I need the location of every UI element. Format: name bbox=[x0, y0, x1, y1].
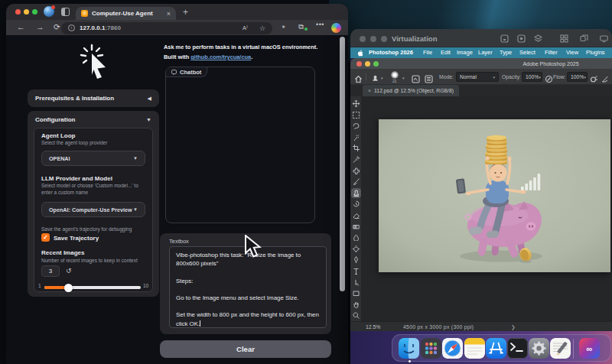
tab-actions-icon[interactable] bbox=[61, 8, 70, 16]
lasso-tool-icon[interactable] bbox=[353, 122, 360, 129]
dodge-tool-icon[interactable] bbox=[353, 245, 360, 252]
copilot-icon[interactable] bbox=[331, 23, 341, 33]
vm-close-button[interactable] bbox=[360, 36, 366, 42]
safari-dock-icon[interactable] bbox=[442, 338, 463, 359]
move-tool-icon[interactable] bbox=[353, 100, 360, 107]
menu-image[interactable]: Image bbox=[457, 47, 473, 58]
eyedropper-tool-icon[interactable] bbox=[353, 156, 360, 163]
status-arrow-icon[interactable]: ❯ bbox=[511, 324, 516, 330]
magic-wand-tool-icon[interactable] bbox=[353, 134, 360, 141]
gradient-tool-icon[interactable] bbox=[353, 223, 360, 230]
mode-dropdown[interactable]: Normal▾ bbox=[456, 72, 499, 82]
creative-cloud-dock-icon[interactable]: ∞ bbox=[579, 338, 600, 359]
finder-dock-icon[interactable] bbox=[399, 338, 419, 359]
opacity-dropdown[interactable]: 100%▾ bbox=[522, 72, 542, 82]
hand-tool-icon[interactable] bbox=[353, 301, 360, 308]
slider-handle[interactable] bbox=[64, 284, 73, 292]
menu-app-name[interactable]: Photoshop 2026 bbox=[369, 47, 413, 58]
ps-close-button[interactable] bbox=[356, 61, 362, 67]
pen-tool-icon[interactable] bbox=[353, 256, 360, 263]
shape-tool-icon[interactable] bbox=[353, 290, 360, 297]
minimize-window-button[interactable] bbox=[24, 9, 29, 15]
zoom-level-value[interactable]: 12.5% bbox=[366, 324, 380, 330]
menu-file[interactable]: File bbox=[423, 47, 432, 58]
forward-icon[interactable]: → bbox=[36, 22, 44, 31]
task-textbox[interactable]: Vibe-photoshop this task: "Resize the im… bbox=[169, 246, 327, 328]
vm-minimize-button[interactable] bbox=[370, 36, 376, 42]
recent-images-number-input[interactable]: 3 bbox=[41, 265, 60, 277]
agent-loop-dropdown[interactable]: OPENAI ▼ bbox=[41, 151, 145, 166]
document-close-icon[interactable]: × bbox=[368, 88, 371, 93]
browser-menu-icon[interactable]: ••• bbox=[316, 21, 324, 28]
ps-minimize-button[interactable] bbox=[365, 61, 370, 67]
clear-button[interactable]: Clear bbox=[160, 340, 331, 358]
textedit-dock-icon[interactable] bbox=[550, 338, 571, 359]
vm-capture-icon[interactable] bbox=[500, 34, 509, 43]
document-tab[interactable]: × 112.psd @ 12.5% (Object, RGB/8) bbox=[363, 85, 459, 96]
vm-screen: Photoshop 2026 File Edit Image Layer Typ… bbox=[350, 47, 612, 364]
brush-tool-icon[interactable] bbox=[353, 178, 360, 185]
clone-stamp-tool-icon[interactable] bbox=[353, 190, 360, 197]
flow-dropdown[interactable]: 100%▾ bbox=[567, 72, 588, 82]
address-bar[interactable]: i 127.0.0.1 :7860 A⁾ ☆ bbox=[61, 22, 272, 34]
vm-snapshot-icon[interactable] bbox=[517, 34, 526, 43]
crop-tool-icon[interactable] bbox=[353, 145, 360, 151]
collections-icon[interactable]: ⭒ bbox=[282, 22, 285, 31]
vm-layers-icon[interactable] bbox=[534, 34, 542, 43]
apple-menu-icon[interactable] bbox=[357, 50, 363, 57]
history-brush-tool-icon[interactable] bbox=[353, 200, 360, 207]
new-tab-button[interactable]: + bbox=[183, 7, 188, 18]
extensions-icon[interactable]: ⧉ bbox=[298, 22, 304, 31]
menu-plugins[interactable]: Plugins bbox=[586, 47, 605, 58]
browser-tab[interactable]: Computer-Use Agent × bbox=[76, 7, 176, 20]
zoom-window-button[interactable] bbox=[32, 9, 37, 15]
zoom-tool-icon[interactable] bbox=[353, 312, 360, 319]
model-dropdown[interactable]: OpenAI: Computer-Use Preview ▼ bbox=[41, 202, 145, 217]
menu-layer[interactable]: Layer bbox=[478, 47, 493, 58]
back-icon[interactable]: ← bbox=[17, 22, 25, 31]
favorite-star-icon[interactable]: ☆ bbox=[259, 24, 265, 32]
blur-tool-icon[interactable] bbox=[353, 234, 360, 241]
reload-icon[interactable]: ⟳ bbox=[54, 22, 60, 31]
menu-edit[interactable]: Edit bbox=[441, 47, 451, 58]
tab-close-icon[interactable]: × bbox=[167, 10, 171, 18]
prerequisites-accordion-label: Prerequisites & Installation bbox=[35, 95, 114, 102]
prerequisites-accordion[interactable]: Prerequisites & Installation ◀ bbox=[28, 89, 159, 107]
menu-select[interactable]: Select bbox=[519, 47, 536, 58]
configuration-accordion-header[interactable]: Configuration ▼ bbox=[28, 111, 159, 128]
appstore-dock-icon[interactable] bbox=[486, 338, 506, 359]
preset-dropdown-arrow-icon[interactable]: ▾ bbox=[381, 76, 383, 80]
launchpad-dock-icon[interactable] bbox=[421, 338, 441, 359]
address-port: :7860 bbox=[105, 24, 120, 31]
photoshop-options-bar: ▾ 21 ▾ Mode: Normal▾ Opacity: bbox=[350, 69, 612, 85]
cua-github-link[interactable]: github.com/trycua/cua bbox=[190, 54, 251, 60]
path-select-tool-icon[interactable] bbox=[353, 279, 360, 286]
macos-menu-bar: Photoshop 2026 File Edit Image Layer Typ… bbox=[350, 47, 612, 58]
site-info-icon[interactable]: i bbox=[68, 24, 75, 31]
settings-dock-icon[interactable] bbox=[529, 338, 549, 359]
page-scrollbar[interactable] bbox=[340, 37, 345, 291]
vm-display-icon[interactable] bbox=[600, 34, 608, 43]
terminal-dock-icon[interactable] bbox=[507, 338, 528, 359]
notes-dock-icon[interactable] bbox=[464, 338, 485, 359]
menu-type[interactable]: Type bbox=[500, 47, 512, 58]
vm-grid-icon[interactable] bbox=[560, 34, 568, 43]
eraser-tool-icon[interactable] bbox=[353, 212, 360, 219]
vm-zoom-button[interactable] bbox=[381, 36, 387, 42]
save-trajectory-checkbox[interactable]: ✓ bbox=[41, 233, 50, 242]
brush-dropdown-arrow-icon[interactable]: ▾ bbox=[402, 76, 405, 80]
menu-filter[interactable]: Filter bbox=[545, 47, 558, 58]
gradio-app-page: Prerequisites & Installation ◀ Configura… bbox=[6, 35, 348, 360]
intro-text: Ask me to perform tasks in a virtual mac… bbox=[164, 44, 317, 50]
agent-loop-label: Agent Loop bbox=[41, 132, 75, 139]
menu-view[interactable]: View bbox=[566, 47, 578, 58]
read-aloud-icon[interactable]: A⁾ bbox=[243, 24, 248, 31]
type-tool-icon[interactable] bbox=[353, 268, 360, 275]
marquee-tool-icon[interactable] bbox=[353, 112, 360, 119]
reset-icon[interactable]: ↺ bbox=[66, 267, 72, 275]
brush-preview-icon[interactable] bbox=[391, 71, 399, 79]
close-window-button[interactable] bbox=[15, 9, 21, 15]
ps-zoom-button[interactable] bbox=[373, 61, 379, 67]
healing-brush-tool-icon[interactable] bbox=[353, 167, 360, 174]
vm-windows-icon[interactable] bbox=[580, 34, 588, 43]
